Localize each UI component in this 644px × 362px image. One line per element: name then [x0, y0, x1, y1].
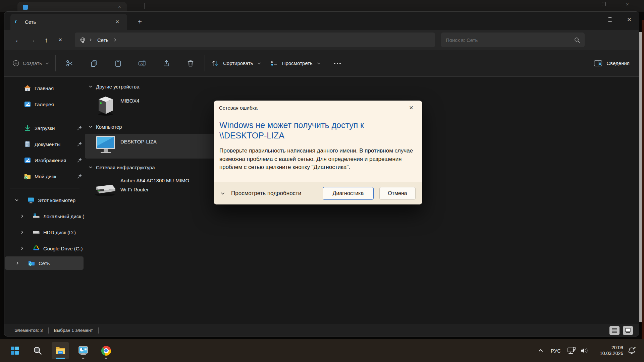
more-options-button[interactable] [329, 56, 345, 71]
sidebar-item-local-disk[interactable]: Локальный диск ( [4, 208, 85, 224]
network-tray-icon[interactable] [567, 346, 576, 355]
items-count: Элементов: 3 [14, 328, 43, 333]
chevron-down-icon[interactable] [89, 84, 93, 88]
item-router-line1[interactable]: Archer A64 AC1300 MU-MIMO [120, 176, 189, 185]
new-tab-button[interactable]: + [134, 16, 146, 28]
file-explorer-icon [55, 346, 66, 356]
router-icon[interactable] [93, 181, 117, 197]
rename-button[interactable]: A [134, 56, 150, 71]
taskbar-search-button[interactable] [29, 342, 46, 359]
close-button[interactable]: × [620, 12, 639, 27]
network-globe-icon [79, 37, 86, 43]
media-device-icon[interactable] [96, 95, 115, 116]
diagnose-button[interactable]: Диагностика [323, 187, 374, 200]
volume-icon[interactable] [580, 346, 589, 355]
details-pane-button[interactable]: Сведения [594, 60, 631, 67]
sidebar-item-documents[interactable]: Документы [4, 136, 85, 152]
sidebar-item-downloads[interactable]: Загрузки [4, 120, 85, 136]
details-view-toggle[interactable] [609, 326, 620, 335]
maximize-icon [608, 17, 612, 22]
chevron-right-icon[interactable] [20, 246, 24, 250]
dialog-titlebar: Сетевая ошибка × [214, 101, 422, 115]
sidebar-item-home[interactable]: Главная [4, 80, 85, 96]
section-title: Другие устройства [96, 84, 139, 89]
minimize-button[interactable]: — [581, 12, 600, 27]
svg-text:z: z [635, 346, 636, 348]
view-button[interactable]: Просмотреть [270, 59, 321, 67]
copy-button[interactable] [86, 56, 102, 71]
section-other-devices[interactable]: Другие устройства [89, 81, 139, 92]
chevron-down-icon[interactable] [89, 125, 93, 129]
sidebar-item-this-pc[interactable]: Этот компьютер [4, 192, 85, 208]
stop-refresh-button[interactable]: × [53, 33, 67, 47]
tray-overflow-chevron-icon[interactable] [537, 347, 545, 355]
large-icons-view-icon [625, 328, 631, 333]
item-router-line2[interactable]: Wi-Fi Router [120, 185, 149, 194]
notification-bell-dnd-icon[interactable]: z z [627, 346, 637, 355]
computer-icon[interactable] [96, 135, 115, 156]
share-button[interactable] [158, 56, 174, 71]
chevron-down-icon[interactable] [14, 198, 19, 202]
background-window-tab[interactable]: × [17, 2, 127, 12]
sidebar-item-network[interactable]: Сеть [5, 256, 84, 270]
background-close-icon: × [626, 1, 629, 7]
network-error-dialog: Сетевая ошибка × Windows не может получи… [214, 101, 422, 204]
cut-button[interactable] [62, 56, 78, 71]
item-mibox4[interactable]: MIBOX4 [120, 98, 140, 104]
breadcrumb-chevron-icon [89, 38, 93, 42]
background-tab-close-icon[interactable]: × [118, 4, 121, 9]
status-divider [98, 327, 99, 334]
section-network-infrastructure[interactable]: Сетевая инфраструктура [89, 162, 155, 173]
view-label: Просмотреть [282, 60, 313, 66]
chevron-right-icon[interactable] [15, 261, 20, 265]
section-computer[interactable]: Компьютер [89, 121, 122, 132]
start-button[interactable] [6, 342, 23, 359]
documents-icon [24, 140, 31, 148]
sidebar-item-my-drive[interactable]: Мой диск [4, 168, 85, 184]
chevron-right-icon[interactable] [20, 214, 24, 218]
background-maximize-icon [602, 2, 606, 6]
sidebar-item-gallery[interactable]: Галерея [4, 96, 85, 112]
create-button[interactable]: Создать [12, 60, 49, 67]
item-desktop-liza[interactable]: DESKTOP-LIZA [120, 139, 157, 144]
status-bar: Элементов: 3 Выбран 1 элемент [4, 324, 639, 337]
taskbar-chrome-button[interactable] [97, 342, 115, 359]
chrome-icon [101, 346, 111, 356]
language-indicator[interactable]: РУС [548, 348, 564, 354]
tab-close-button[interactable]: × [112, 17, 122, 27]
breadcrumb-network[interactable]: Сеть [95, 37, 110, 43]
address-bar[interactable]: Сеть [75, 33, 435, 47]
cancel-button[interactable]: Отмена [379, 187, 416, 200]
forward-button[interactable]: → [25, 33, 39, 47]
chevron-right-icon[interactable] [20, 230, 24, 234]
google-drive-folder-icon [24, 173, 31, 180]
back-button[interactable]: ← [11, 33, 25, 47]
chevron-down-icon[interactable] [89, 165, 93, 169]
sidebar-divider [10, 116, 79, 116]
chevron-down-icon [220, 191, 225, 196]
windows-logo-icon [10, 346, 19, 355]
desktop: × × Сеть × + — × ← → [0, 0, 644, 362]
sidebar-item-pictures[interactable]: Изображения [4, 152, 85, 168]
delete-button[interactable] [182, 56, 199, 71]
taskbar-file-explorer-button[interactable] [52, 342, 69, 359]
tab-network[interactable]: Сеть × [10, 14, 127, 30]
large-icons-view-toggle[interactable] [623, 326, 633, 335]
breadcrumb-chevron-icon [113, 38, 117, 42]
search-box[interactable] [441, 33, 585, 47]
network-folder-icon [28, 259, 35, 267]
dialog-body-text: Проверьте правильность написания данного… [219, 147, 416, 172]
paste-button[interactable] [110, 56, 126, 71]
up-button[interactable]: ↑ [39, 33, 53, 47]
tab-title: Сеть [25, 19, 112, 25]
clock[interactable]: 20:09 10.03.2026 [592, 345, 623, 356]
search-input[interactable] [446, 37, 574, 43]
sort-button[interactable]: Сортировать [211, 59, 261, 67]
details-expander[interactable]: Просмотреть подробности [220, 190, 301, 197]
maximize-button[interactable] [600, 12, 620, 27]
selection-count: Выбран 1 элемент [54, 328, 93, 333]
sidebar-item-hdd-disk[interactable]: HDD диск (D:) [4, 224, 85, 240]
sidebar-item-google-drive[interactable]: Google Drive (G:) [4, 240, 85, 256]
taskbar-task-manager-button[interactable] [74, 342, 92, 359]
dialog-close-button[interactable]: × [406, 103, 417, 113]
